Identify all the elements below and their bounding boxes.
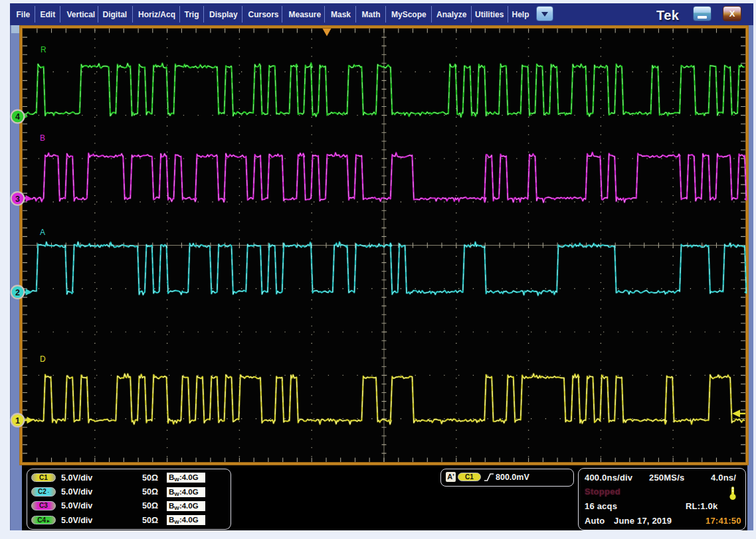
svg-text:B: B [40,133,45,143]
svg-text:3: 3 [15,194,20,204]
svg-text:R: R [41,45,47,54]
svg-text:A: A [40,228,45,237]
svg-text:1: 1 [15,416,20,425]
svg-text:D: D [40,354,46,364]
svg-text:4: 4 [15,112,20,121]
svg-text:2: 2 [15,288,20,297]
